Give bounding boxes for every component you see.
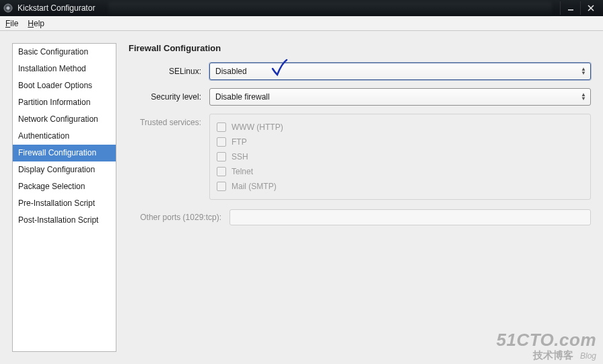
row-security-level: Security level: Disable firewall ▲▼	[129, 88, 591, 106]
hand-tick-annotation-icon	[271, 58, 291, 78]
checkbox-telnet	[217, 167, 226, 176]
menubar: File Help	[0, 16, 603, 31]
checkbox-www	[217, 122, 226, 132]
menu-file[interactable]: File	[5, 19, 18, 28]
sidebar-item-post-installation-script[interactable]: Post-Installation Script	[13, 212, 116, 229]
window-controls	[560, 1, 600, 15]
sidebar-item-boot-loader-options[interactable]: Boot Loader Options	[13, 77, 116, 94]
service-ftp: FTP	[217, 135, 583, 149]
selinux-label: SELinux:	[129, 67, 209, 76]
sidebar-item-package-selection[interactable]: Package Selection	[13, 178, 116, 195]
service-telnet: Telnet	[217, 164, 583, 179]
other-ports-input	[229, 209, 591, 225]
trusted-services-block: Trusted services: WWW (HTTP) FTP SSH	[129, 114, 591, 200]
security-level-dropdown[interactable]: Disable firewall ▲▼	[209, 88, 591, 106]
trusted-services-label: Trusted services:	[129, 114, 209, 200]
row-other-ports: Other ports (1029:tcp):	[129, 209, 591, 225]
app-icon	[3, 3, 13, 13]
titlebar-blurred-region	[108, 2, 552, 14]
sidebar-item-installation-method[interactable]: Installation Method	[13, 61, 116, 77]
sidebar-item-authentication[interactable]: Authentication	[13, 128, 116, 145]
service-www-label: WWW (HTTP)	[232, 122, 283, 132]
client-area: Basic Configuration Installation Method …	[0, 31, 603, 364]
service-ssh-label: SSH	[232, 152, 248, 161]
service-www: WWW (HTTP)	[217, 120, 583, 135]
service-mail-label: Mail (SMTP)	[232, 182, 277, 191]
sidebar-item-display-configuration[interactable]: Display Configuration	[13, 161, 116, 178]
sidebar-item-partition-information[interactable]: Partition Information	[13, 94, 116, 111]
security-level-dropdown-value: Disable firewall	[215, 92, 270, 102]
row-selinux: SELinux: Disabled ▲▼	[129, 63, 591, 80]
sidebar: Basic Configuration Installation Method …	[12, 43, 116, 352]
checkbox-mail	[217, 182, 226, 191]
sidebar-item-network-configuration[interactable]: Network Configuration	[13, 111, 116, 128]
main-panel: Firewall Configuration SELinux: Disabled…	[129, 43, 591, 352]
window-title: Kickstart Configurator	[17, 3, 95, 13]
section-title: Firewall Configuration	[129, 43, 591, 53]
sidebar-item-pre-installation-script[interactable]: Pre-Installation Script	[13, 195, 116, 212]
checkbox-ssh	[217, 152, 226, 161]
dropdown-stepper-icon: ▲▼	[581, 93, 586, 101]
other-ports-label: Other ports (1029:tcp):	[129, 213, 229, 222]
sidebar-item-basic-configuration[interactable]: Basic Configuration	[13, 44, 116, 61]
close-button[interactable]	[580, 1, 600, 15]
trusted-services-list: WWW (HTTP) FTP SSH Telnet	[209, 114, 591, 200]
service-mail: Mail (SMTP)	[217, 179, 583, 194]
service-ftp-label: FTP	[232, 137, 247, 147]
window-titlebar: Kickstart Configurator	[0, 0, 603, 16]
sidebar-item-firewall-configuration[interactable]: Firewall Configuration	[13, 145, 116, 161]
menu-help[interactable]: Help	[28, 19, 44, 28]
minimize-button[interactable]	[560, 1, 580, 15]
watermark-blog: Blog	[580, 352, 596, 360]
checkbox-ftp	[217, 137, 226, 147]
selinux-dropdown-value: Disabled	[215, 67, 247, 76]
security-level-label: Security level:	[129, 92, 209, 102]
selinux-dropdown[interactable]: Disabled ▲▼	[209, 63, 591, 80]
service-ssh: SSH	[217, 149, 583, 164]
dropdown-stepper-icon: ▲▼	[581, 67, 586, 75]
svg-rect-1	[568, 9, 573, 11]
service-telnet-label: Telnet	[232, 167, 253, 176]
